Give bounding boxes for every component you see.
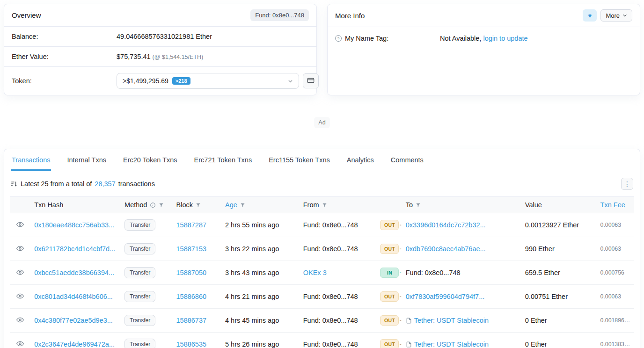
to-address[interactable]: 0xf7830af599604d794f7... xyxy=(406,293,485,300)
direction-badge: OUT xyxy=(380,339,399,348)
table-row: 0xbcc51aedde38b66394... Transfer 1588705… xyxy=(10,261,634,285)
info-circle-icon xyxy=(150,202,156,208)
from-filter-icon[interactable] xyxy=(322,203,327,208)
ad-placeholder: Ad xyxy=(314,117,329,128)
eye-icon[interactable] xyxy=(16,340,24,348)
to-address[interactable]: 0x3396d0164dc7c72b32... xyxy=(406,221,486,229)
to-address[interactable]: Tether: USDT Stablecoin xyxy=(414,341,489,348)
to-address[interactable]: Fund: 0x8e0...748 xyxy=(406,269,461,276)
value-text: 990 Ether xyxy=(525,245,555,253)
age-filter-icon[interactable] xyxy=(240,203,245,208)
txn-hash-link[interactable]: 0x6211782bc4d1c4cbf7d... xyxy=(34,245,115,253)
value-text: 0 Ether xyxy=(525,317,547,324)
name-tag-label: My Name Tag: xyxy=(345,35,388,42)
block-link[interactable]: 15886860 xyxy=(176,293,207,300)
tab-comments[interactable]: Comments xyxy=(390,149,424,171)
eye-icon[interactable] xyxy=(16,316,24,324)
token-select-value: >$1,499,295.69 xyxy=(123,77,168,85)
method-filter-icon[interactable] xyxy=(159,203,164,208)
tab-analytics[interactable]: Analytics xyxy=(346,149,375,171)
name-tag-label-wrap: ? My Name Tag: xyxy=(335,35,440,42)
method-badge: Transfer xyxy=(124,243,155,254)
txn-hash-link[interactable]: 0x2c3647ed4de969472a... xyxy=(34,341,115,348)
token-count-badge: >218 xyxy=(172,77,190,85)
balance-label: Balance: xyxy=(12,33,117,40)
total-transactions-link[interactable]: 28,357 xyxy=(95,180,115,188)
from-address[interactable]: Fund: 0x8e0...748 xyxy=(303,317,358,324)
table-options-button[interactable]: ⋮ xyxy=(621,178,633,190)
header-txn-fee-toggle[interactable]: Txn Fee xyxy=(600,201,625,209)
login-to-update-link[interactable]: login to update xyxy=(483,35,527,42)
ether-value-row: Ether Value: $75,735.41 (@ $1,544.15/ETH… xyxy=(4,47,316,67)
ether-value-label: Ether Value: xyxy=(12,53,117,60)
block-link[interactable]: 15886737 xyxy=(176,317,207,324)
direction-badge: OUT xyxy=(380,291,399,302)
txn-fee-text: 0.00063 xyxy=(600,222,621,228)
from-address[interactable]: OKEx 3 xyxy=(303,269,327,276)
more-info-card-header: More Info ♥ More xyxy=(328,4,640,27)
token-select[interactable]: >$1,499,295.69 >218 xyxy=(117,73,299,89)
contract-file-icon xyxy=(406,318,412,324)
value-text: 0 Ether xyxy=(525,341,547,348)
eye-icon[interactable] xyxy=(16,245,24,252)
block-link[interactable]: 15887287 xyxy=(176,221,207,229)
from-address[interactable]: Fund: 0x8e0...748 xyxy=(303,221,358,229)
transactions-table-wrap: Txn Hash Method Block xyxy=(4,196,640,348)
block-link[interactable]: 15886535 xyxy=(176,341,207,348)
direction-badge: OUT xyxy=(380,220,399,230)
token-controls: >$1,499,295.69 >218 xyxy=(117,73,319,89)
block-link[interactable]: 15887153 xyxy=(176,245,207,253)
contract-file-icon xyxy=(406,341,412,348)
ether-value-rate: (@ $1,544.15/ETH) xyxy=(153,54,204,60)
more-info-title: More Info xyxy=(335,12,365,20)
top-cards-row: Overview Fund: 0x8e0...748 Balance: 49.0… xyxy=(0,0,644,95)
eye-icon[interactable] xyxy=(16,268,24,276)
tab-erc20-token-txns[interactable]: Erc20 Token Txns xyxy=(122,149,178,171)
tab-transactions[interactable]: Transactions xyxy=(11,149,51,171)
method-badge: Transfer xyxy=(124,339,155,348)
token-row: Token: >$1,499,295.69 >218 xyxy=(4,67,316,95)
direction-badge: OUT xyxy=(380,315,399,326)
age-text: 2 hrs 55 mins ago xyxy=(225,221,279,229)
to-address[interactable]: 0xdb7690c8aec4ab76ae... xyxy=(406,245,486,253)
transactions-summary: Latest 25 from a total of 28,357 transac… xyxy=(11,180,155,188)
eye-icon[interactable] xyxy=(16,221,24,228)
transactions-summary-row: Latest 25 from a total of 28,357 transac… xyxy=(4,171,640,196)
header-value: Value xyxy=(525,201,542,209)
age-text: 3 hrs 22 mins ago xyxy=(225,245,279,253)
direction-badge: IN xyxy=(380,268,399,278)
txn-hash-link[interactable]: 0x4c380f77e02ae5d9e3... xyxy=(34,317,113,324)
overview-card-header: Overview Fund: 0x8e0...748 xyxy=(4,4,316,27)
txn-hash-link[interactable]: 0x180eae488cc756ab33... xyxy=(34,221,114,229)
tab-erc1155-token-txns[interactable]: Erc1155 Token Txns xyxy=(268,149,331,171)
vertical-ellipsis-icon: ⋮ xyxy=(624,180,630,188)
favorite-button[interactable]: ♥ xyxy=(583,9,597,22)
from-address[interactable]: Fund: 0x8e0...748 xyxy=(303,341,358,348)
from-address[interactable]: Fund: 0x8e0...748 xyxy=(303,293,358,300)
more-dropdown-button[interactable]: More xyxy=(600,9,632,22)
to-filter-icon[interactable] xyxy=(416,203,421,208)
eye-icon[interactable] xyxy=(16,292,24,300)
txn-fee-text: 0.00138327 xyxy=(600,341,631,348)
from-address[interactable]: Fund: 0x8e0...748 xyxy=(303,245,358,253)
header-to: To xyxy=(406,201,413,209)
txn-hash-link[interactable]: 0xc801ad34d468f4b606... xyxy=(34,293,113,300)
tab-internal-txns[interactable]: Internal Txns xyxy=(66,149,107,171)
header-age-toggle[interactable]: Age xyxy=(225,201,237,209)
block-filter-icon[interactable] xyxy=(196,203,201,208)
question-circle-icon: ? xyxy=(335,35,342,42)
header-from: From xyxy=(303,201,319,209)
method-badge: Transfer xyxy=(124,267,155,278)
tab-erc721-token-txns[interactable]: Erc721 Token Txns xyxy=(193,149,253,171)
transactions-card: Transactions Internal Txns Erc20 Token T… xyxy=(4,149,640,348)
token-holdings-button[interactable] xyxy=(303,73,319,88)
more-info-card: More Info ♥ More ? My Name Tag xyxy=(327,4,640,95)
wallet-card-icon xyxy=(307,77,315,86)
txn-hash-link[interactable]: 0xbcc51aedde38b66394... xyxy=(34,269,114,276)
fund-address-badge[interactable]: Fund: 0x8e0...748 xyxy=(250,9,309,21)
name-tag-value: Not Available, xyxy=(440,35,481,42)
txn-fee-text: 0.00063 xyxy=(600,293,621,300)
overview-card: Overview Fund: 0x8e0...748 Balance: 49.0… xyxy=(4,4,317,95)
block-link[interactable]: 15887050 xyxy=(176,269,207,276)
to-address[interactable]: Tether: USDT Stablecoin xyxy=(414,317,489,324)
